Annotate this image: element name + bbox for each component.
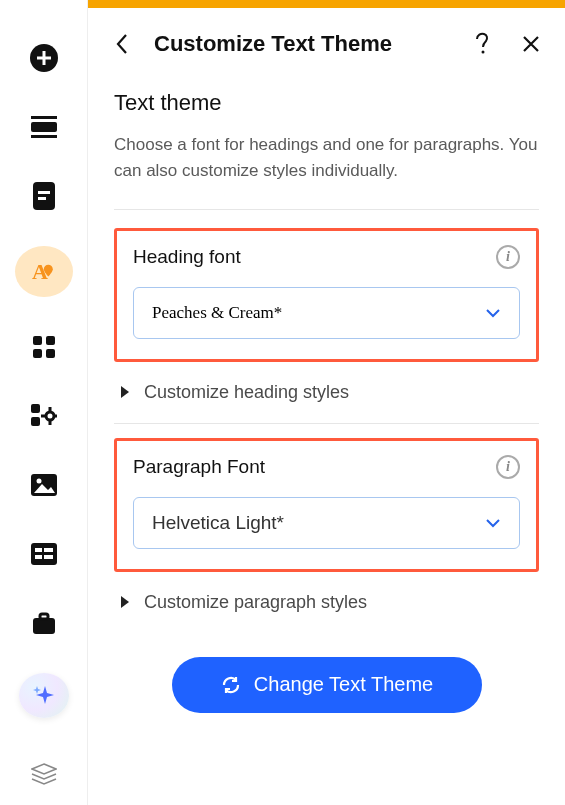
heading-font-value: Peaches & Cream* [152,303,282,323]
paragraph-font-label: Paragraph Font [133,456,265,478]
chevron-left-icon [115,33,129,55]
svg-rect-5 [31,135,57,138]
svg-rect-3 [31,116,57,119]
svg-rect-6 [33,182,55,210]
top-accent-bar [88,0,565,8]
sidebar-item-page[interactable] [22,176,66,215]
svg-rect-17 [48,407,51,411]
heading-font-select[interactable]: Peaches & Cream* [133,287,520,339]
panel-title: Customize Text Theme [154,31,451,57]
form-icon [31,543,57,565]
change-button-label: Change Text Theme [254,673,433,696]
svg-rect-7 [38,191,50,194]
theme-icon: A [28,255,60,287]
sparkle-icon [31,683,57,709]
customize-heading-label: Customize heading styles [144,382,349,403]
settings-grid-icon [31,404,57,428]
change-text-theme-button[interactable]: Change Text Theme [172,657,482,713]
chevron-down-icon [485,308,501,318]
svg-rect-10 [33,336,42,345]
paragraph-font-select[interactable]: Helvetica Light* [133,497,520,549]
close-icon [522,35,540,53]
customize-paragraph-toggle[interactable]: Customize paragraph styles [114,586,539,629]
info-icon[interactable]: i [496,245,520,269]
sidebar-item-apps[interactable] [22,327,66,366]
caret-right-icon [120,595,130,609]
svg-point-16 [46,412,54,420]
svg-rect-19 [41,415,45,418]
sidebar-item-business[interactable] [22,604,66,643]
grid-icon [33,336,55,358]
svg-rect-2 [42,51,45,65]
section-description: Choose a font for headings and one for p… [114,132,539,185]
help-button[interactable] [469,30,497,58]
svg-rect-20 [55,415,57,418]
refresh-icon [220,674,242,696]
section-icon [31,116,57,138]
sidebar: A [0,0,88,805]
layers-icon [31,763,57,787]
image-icon [31,474,57,496]
chevron-down-icon [485,518,501,528]
svg-rect-14 [31,404,40,413]
divider [114,423,539,424]
add-button[interactable] [22,38,66,77]
heading-font-group: Heading font i Peaches & Cream* [114,228,539,362]
panel: Customize Text Theme Text theme Choose a… [88,8,565,805]
divider [114,209,539,210]
heading-font-label: Heading font [133,246,241,268]
sidebar-item-theme[interactable]: A [15,246,73,298]
svg-rect-25 [44,548,53,552]
svg-rect-23 [31,543,57,565]
svg-rect-24 [35,548,42,552]
svg-rect-27 [44,555,53,559]
customize-heading-toggle[interactable]: Customize heading styles [114,376,539,419]
sidebar-item-settings[interactable] [22,396,66,435]
svg-point-22 [36,479,41,484]
info-icon[interactable]: i [496,455,520,479]
ai-assistant-button[interactable] [19,673,69,718]
svg-rect-29 [40,614,48,619]
svg-rect-8 [38,197,46,200]
svg-rect-13 [46,349,55,358]
back-button[interactable] [108,30,136,58]
caret-right-icon [120,385,130,399]
svg-rect-15 [31,417,40,426]
question-icon [475,32,491,56]
svg-rect-26 [35,555,42,559]
section-title: Text theme [114,90,539,116]
close-button[interactable] [517,30,545,58]
paragraph-font-group: Paragraph Font i Helvetica Light* [114,438,539,572]
page-icon [33,182,55,210]
svg-rect-18 [48,421,51,425]
sidebar-item-media[interactable] [22,466,66,505]
svg-rect-11 [46,336,55,345]
customize-paragraph-label: Customize paragraph styles [144,592,367,613]
briefcase-icon [32,612,56,636]
svg-rect-12 [33,349,42,358]
svg-rect-4 [31,122,57,132]
plus-circle-icon [28,42,60,74]
panel-content: Text theme Choose a font for headings an… [108,80,545,713]
layers-button[interactable] [22,756,66,795]
paragraph-font-value: Helvetica Light* [152,512,284,534]
svg-point-30 [482,51,485,54]
sidebar-item-section[interactable] [22,107,66,146]
panel-header: Customize Text Theme [108,8,545,80]
sidebar-item-forms[interactable] [22,535,66,574]
